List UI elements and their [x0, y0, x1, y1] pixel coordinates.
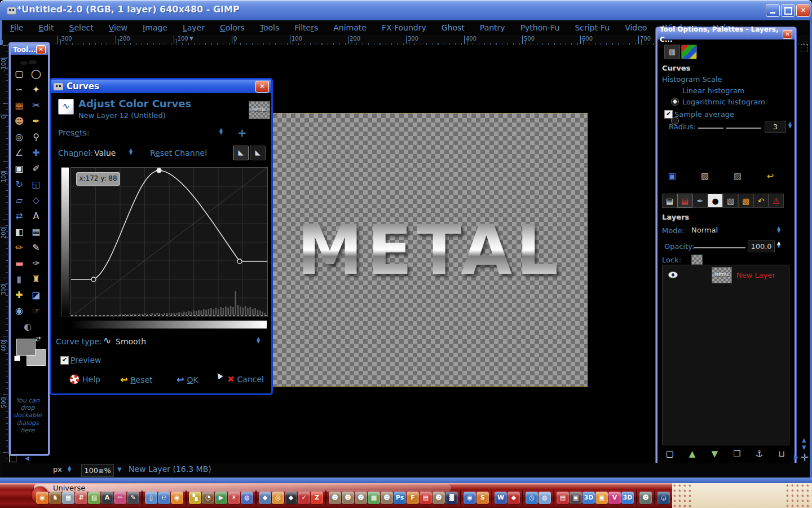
opacity-slider[interactable] — [694, 247, 745, 248]
minimize-button[interactable] — [766, 4, 780, 17]
duplicate-layer-button[interactable]: ❐ — [730, 448, 744, 460]
taskbar-clock-blue[interactable]: ◷ — [526, 492, 538, 504]
pan-view-icon[interactable]: ✛ — [801, 452, 809, 463]
ok-button[interactable]: ↩ OK — [176, 374, 198, 385]
taskbar-ftp-client[interactable]: ⇵ — [75, 492, 87, 504]
tool-select-by-color[interactable]: ▦ — [12, 98, 27, 113]
paths-tab-button[interactable]: ✒ — [692, 194, 708, 208]
help-button[interactable]: Help — [69, 374, 100, 384]
radius-slider[interactable] — [698, 128, 723, 129]
tool-rotate[interactable]: ↻ — [12, 177, 27, 192]
tool-bucket-fill[interactable]: ◧ — [12, 225, 27, 239]
taskbar-compass-app[interactable]: ◶ — [657, 492, 670, 504]
new-layer-button[interactable]: ▢ — [663, 448, 677, 460]
tool-dodge-burn[interactable]: ◐ — [20, 319, 35, 334]
tool-paintbrush[interactable]: ✎ — [29, 240, 43, 255]
mode-combo[interactable]: ▲ ▼ — [777, 226, 780, 233]
taskbar-threed-app[interactable]: 3D — [621, 492, 634, 504]
vertical-ruler[interactable]: -1000100200300400500 — [0, 45, 8, 478]
taskbar-gimp[interactable]: ☻ — [329, 492, 341, 504]
tool-clone[interactable]: ♜ — [29, 272, 43, 287]
taskbar-texture-app[interactable]: ▓ — [445, 492, 458, 504]
scroll-right-icon[interactable]: ▶ — [794, 454, 798, 460]
tool-airbrush[interactable]: ✑ — [29, 256, 43, 271]
anchor-layer-button[interactable]: ⚓ — [753, 448, 766, 460]
raise-layer-button[interactable]: ▲ — [686, 448, 699, 460]
error-console-tab-button[interactable]: ⚠ — [769, 194, 784, 208]
menu-layer[interactable]: Layer — [183, 23, 205, 32]
taskbar-orange-app[interactable]: ▣ — [595, 492, 608, 504]
tool-perspective-clone[interactable]: ◪ — [29, 288, 43, 303]
taskbar-pencil-app[interactable]: ✏ — [114, 492, 126, 504]
lock-alpha-toggle[interactable] — [691, 255, 703, 265]
history-tab-button[interactable]: ↶ — [753, 194, 769, 208]
tool-text[interactable]: A — [29, 209, 43, 224]
curves-dialog-close-button[interactable]: ✕ — [255, 81, 269, 93]
taskbar-spreadsheet[interactable]: ▦ — [62, 492, 74, 504]
taskbar-gimp[interactable]: ☻ — [355, 492, 367, 504]
menu-tools[interactable]: Tools — [260, 23, 280, 32]
tool-smudge[interactable]: ☞ — [29, 304, 43, 318]
tool-fuzzy-select[interactable]: ✦ — [29, 82, 43, 97]
taskbar-pdf-doc[interactable]: ▤ — [557, 492, 569, 504]
opacity-value[interactable]: 100.0 — [748, 240, 775, 252]
taskbar-firefox[interactable]: ◉ — [36, 492, 48, 504]
taskbar-text-editor[interactable]: A — [101, 492, 113, 504]
linear-histogram-radio[interactable] — [671, 98, 679, 106]
lower-layer-button[interactable]: ▼ — [708, 448, 721, 460]
tool-scale[interactable]: ◱ — [29, 177, 43, 192]
preview-checkbox[interactable]: ✔ — [60, 356, 69, 365]
taskbar-image-doc[interactable]: ▩ — [368, 492, 380, 504]
reset-channel-button[interactable]: Reset Channel — [150, 148, 207, 157]
delete-layer-button[interactable]: ⊔ — [775, 448, 788, 460]
visibility-eye-icon[interactable] — [668, 271, 678, 278]
toolbox-title-bar[interactable]: Tool... ✕ — [11, 44, 48, 55]
tool-paintbrush-small[interactable]: ✐ — [29, 161, 43, 176]
tool-perspective[interactable]: ◇ — [29, 193, 43, 208]
tool-ink[interactable]: ▮ — [12, 272, 27, 287]
toolbox-close-button[interactable]: ✕ — [36, 45, 46, 54]
menu-python-fu[interactable]: Python-Fu — [520, 23, 560, 32]
images-tab-button[interactable]: ▤ — [662, 194, 677, 208]
taskbar-tp-app[interactable]: ◉ — [171, 492, 183, 504]
tool-rect-select[interactable]: ▢ — [12, 67, 27, 81]
taskbar-gimp[interactable]: ☻ — [433, 492, 445, 504]
taskbar-check-app[interactable]: ✓ — [298, 492, 310, 504]
taskbar-draw-app[interactable]: ✎ — [127, 492, 139, 504]
curve-type-value[interactable]: Smooth — [116, 337, 146, 346]
taskbar-blue-app[interactable]: ◉ — [464, 492, 476, 504]
curve-type-combo[interactable]: ▲ ▼ — [257, 337, 260, 344]
tool-eraser[interactable]: ▬ — [12, 256, 27, 271]
sample-average-checkbox[interactable]: ✔ — [664, 110, 673, 119]
taskbar-image-app[interactable]: ▨ — [88, 492, 100, 504]
swap-colors-icon[interactable]: ⇄ — [36, 335, 41, 343]
tool-shear[interactable]: ▱ — [12, 193, 27, 208]
menu-select[interactable]: Select — [69, 23, 94, 32]
taskbar-photo-app[interactable]: ▣ — [570, 492, 582, 504]
tool-scissors-select[interactable]: ✂ — [29, 98, 43, 113]
menu-file[interactable]: File — [10, 23, 23, 32]
taskbar-globe-light[interactable]: ◍ — [539, 492, 551, 504]
tool-move[interactable]: ✚ — [29, 146, 43, 160]
dock-title-bar[interactable]: Tool Options, Palettes - Layers, C... ✕ — [657, 29, 795, 40]
reset-options-button[interactable]: ↩ — [764, 170, 777, 182]
cancel-button[interactable]: ✖ Cancel — [227, 374, 264, 384]
restore-options-button[interactable]: ▨ — [698, 170, 712, 182]
tool-pencil[interactable]: ✏ — [12, 240, 27, 255]
taskbar-fontforge[interactable]: F — [407, 492, 419, 504]
tool-flip[interactable]: ⇄ — [12, 209, 27, 224]
presets-combo[interactable]: ▲ ▼ — [219, 128, 223, 135]
menu-edit[interactable]: Edit — [38, 23, 54, 32]
tool-blur-sharpen[interactable]: ◉ — [12, 304, 27, 318]
tool-heal[interactable]: ✚ — [12, 288, 27, 303]
taskbar-puzzle-app[interactable]: ▚ — [189, 492, 201, 504]
menu-ghost[interactable]: Ghost — [442, 23, 465, 32]
tool-color-picker[interactable]: ◎ — [12, 130, 27, 144]
foreground-color-swatch[interactable] — [16, 339, 36, 356]
menu-video[interactable]: Video — [625, 23, 647, 32]
quickmask-toggle[interactable] — [9, 455, 16, 462]
curve-editor[interactable] — [70, 167, 268, 317]
channels-tab-button[interactable]: ● — [708, 194, 723, 208]
taskbar-crystal-app[interactable]: ◆ — [508, 492, 520, 504]
menu-animate[interactable]: Animate — [333, 23, 367, 32]
